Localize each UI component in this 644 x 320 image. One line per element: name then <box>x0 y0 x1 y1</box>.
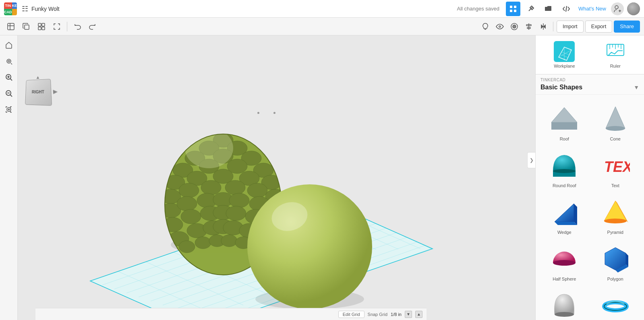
user-avatar-image <box>627 2 640 15</box>
mirror-button[interactable] <box>537 20 550 33</box>
svg-point-87 <box>247 183 267 198</box>
bottom-bar: Edit Grid Snap Grid 1/8 in ▼ ▲ <box>35 308 427 320</box>
export-button[interactable]: Export <box>585 21 613 33</box>
shape-label-pyramid: Pyramid <box>607 230 623 235</box>
snap-grid-label: Snap Grid <box>368 312 388 317</box>
svg-point-27 <box>7 59 11 63</box>
panel-collapse-button[interactable]: ❯ <box>527 152 535 168</box>
svg-point-138 <box>553 169 576 173</box>
toolbar: Import Export Share <box>0 18 644 35</box>
zoom-in-button[interactable] <box>2 71 15 84</box>
shape-item-polygon[interactable]: Polygon <box>590 238 641 285</box>
canvas-area[interactable]: RIGHT ▲ ▶ <box>18 35 535 320</box>
view-cube-up-arrow: ▲ <box>35 75 40 80</box>
svg-point-147 <box>553 260 576 266</box>
view-cube-face: RIGHT ▲ ▶ <box>25 79 52 106</box>
home-view-button[interactable] <box>2 39 15 52</box>
svg-rect-2 <box>510 10 512 12</box>
svg-marker-140 <box>555 204 574 222</box>
svg-point-110 <box>179 241 195 253</box>
redo-button[interactable] <box>86 20 99 33</box>
shape-item-pyramid[interactable]: Pyramid <box>590 191 641 238</box>
solid-button[interactable] <box>508 20 521 33</box>
shape-item-text[interactable]: TEXT Text <box>590 145 641 191</box>
ruler-item[interactable]: Ruler <box>600 39 631 70</box>
group-button[interactable] <box>35 20 48 33</box>
svg-point-100 <box>226 206 246 221</box>
round-roof-shape <box>550 151 579 180</box>
duplicate-button[interactable] <box>19 20 33 33</box>
fit-to-view-button[interactable] <box>2 55 15 68</box>
svg-point-90 <box>177 196 197 211</box>
ungroup-button[interactable] <box>50 20 64 33</box>
svg-rect-3 <box>514 10 516 12</box>
view-cube[interactable]: RIGHT ▲ ▶ <box>25 79 51 105</box>
edit-grid-button[interactable]: Edit Grid <box>338 311 364 318</box>
workplane-tool-button[interactable] <box>4 20 18 33</box>
svg-marker-135 <box>606 107 625 128</box>
tools-button[interactable] <box>524 2 538 16</box>
svg-point-85 <box>201 180 221 195</box>
view-cube-label: RIGHT <box>32 89 44 94</box>
svg-rect-134 <box>551 122 577 130</box>
svg-point-111 <box>195 237 211 249</box>
polygon-shape <box>601 244 630 273</box>
user-avatar-button[interactable] <box>627 2 640 15</box>
canvas-svg <box>50 60 453 320</box>
document-icon[interactable]: ☷ <box>22 4 28 13</box>
svg-point-119 <box>247 184 372 309</box>
add-user-button[interactable] <box>611 2 624 15</box>
svg-point-84 <box>179 183 199 198</box>
share-button[interactable]: Share <box>614 21 640 33</box>
ruler-icon <box>605 41 626 62</box>
grid-view-button[interactable] <box>506 2 520 16</box>
shapes-section-label: Tinkercad <box>536 74 644 83</box>
shapes-dropdown-title: Basic Shapes <box>540 84 634 91</box>
sphere-object <box>247 184 372 309</box>
svg-point-113 <box>221 235 237 247</box>
align-button[interactable] <box>522 20 535 33</box>
svg-point-97 <box>181 209 201 224</box>
saved-status: All changes saved <box>457 6 500 12</box>
text-shape: TEXT <box>601 151 630 180</box>
hide-button[interactable] <box>493 20 506 33</box>
shape-item-half-sphere[interactable]: Half Sphere <box>539 238 590 285</box>
shape-label-cone: Cone <box>610 136 621 141</box>
snap-increase-button[interactable]: ▲ <box>415 311 422 318</box>
main-area: RIGHT ▲ ▶ <box>0 35 644 320</box>
right-panel: Workplane Ruler Tinkercad Basic Shapes <box>535 35 644 320</box>
svg-rect-13 <box>38 23 41 26</box>
screenshot-button[interactable] <box>2 103 15 116</box>
shape-label-polygon: Polygon <box>607 277 623 281</box>
shapes-dropdown[interactable]: Basic Shapes ▼ <box>536 83 644 95</box>
shapes-grid: Roof Cone <box>536 95 644 320</box>
zoom-out-button[interactable] <box>2 87 15 100</box>
svg-point-93 <box>229 193 249 208</box>
import-button[interactable]: Import <box>557 21 584 33</box>
snap-grid-value: 1/8 in <box>391 312 402 317</box>
shape-item-paraboloid[interactable]: Paraboloid <box>539 285 590 320</box>
svg-rect-0 <box>510 6 512 8</box>
shape-item-wedge[interactable]: Wedge <box>539 191 590 238</box>
svg-marker-142 <box>555 222 577 225</box>
undo-button[interactable] <box>70 20 84 33</box>
svg-point-29 <box>8 60 10 62</box>
pyramid-shape <box>601 198 630 227</box>
cone-shape <box>601 104 630 133</box>
snap-decrease-button[interactable]: ▼ <box>405 311 412 318</box>
gallery-button[interactable] <box>541 2 556 16</box>
shape-item-roof[interactable]: Roof <box>539 98 590 145</box>
whats-new-button[interactable]: What's New <box>577 6 608 12</box>
svg-line-31 <box>10 78 12 81</box>
svg-point-86 <box>225 180 245 195</box>
shape-label-round-roof: Round Roof <box>553 183 576 188</box>
shape-item-round-roof[interactable]: Round Roof <box>539 145 590 191</box>
workplane-item[interactable]: Workplane <box>549 39 580 70</box>
tinkercad-logo[interactable]: TIN KER CAD <box>4 2 17 15</box>
left-panel <box>0 35 18 320</box>
shape-item-cone[interactable]: Cone <box>590 98 641 145</box>
shape-item-torus[interactable]: Torus <box>590 285 641 320</box>
light-bulb-button[interactable] <box>479 20 492 33</box>
codeblocks-button[interactable] <box>559 2 574 16</box>
shape-label-wedge: Wedge <box>557 230 572 235</box>
